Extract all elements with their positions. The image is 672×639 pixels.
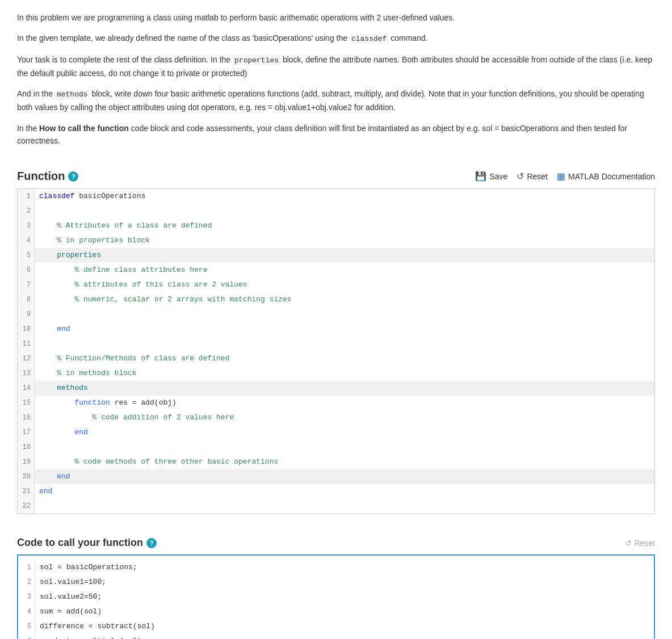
line-number: 21: [18, 484, 35, 499]
line-content: end: [35, 425, 654, 440]
code-line-15: 15 function res = add(obj): [18, 396, 654, 410]
line-content: function res = add(obj): [35, 396, 654, 410]
line-content: properties: [35, 248, 654, 263]
line-number: 17: [18, 425, 35, 440]
line-content: [35, 337, 654, 351]
call-line-content: sol.value1=100;: [35, 575, 654, 590]
docs-icon: ▦: [557, 171, 565, 182]
function-title: Function ?: [17, 170, 78, 183]
reset-button[interactable]: ↺ Reset: [516, 171, 548, 182]
call-line-number: 4: [18, 604, 35, 619]
code-line-18: 18: [18, 440, 654, 455]
line-number: 20: [18, 469, 35, 484]
call-reset-icon: ↺: [625, 539, 632, 548]
properties-code: properties: [233, 56, 280, 65]
line-number: 14: [18, 381, 35, 396]
code-line-16: 16 % code addition of 2 values here: [18, 410, 654, 425]
code-line-21: 21end: [18, 484, 654, 499]
call-help-icon[interactable]: ?: [146, 538, 157, 548]
call-code-line-1: 1sol = basicOperations;: [18, 560, 654, 575]
classdef-code: classdef: [350, 34, 388, 44]
line-number: 22: [18, 499, 35, 514]
call-code-line-2: 2sol.value1=100;: [18, 575, 654, 590]
call-line-number: 3: [18, 590, 35, 604]
code-line-1: 1classdef basicOperations: [18, 189, 654, 204]
line-content: end: [35, 322, 654, 337]
code-line-6: 6 % define class attributes here: [18, 263, 654, 278]
call-reset-button[interactable]: ↺ Reset: [625, 539, 655, 548]
call-code-line-4: 4sum = add(sol): [18, 604, 654, 619]
description-section: In this problem we are programming a cla…: [17, 11, 655, 147]
line-content: % code methods of three other basic oper…: [35, 455, 654, 469]
line-content: end: [35, 469, 654, 484]
code-line-7: 7 % attributes of this class are 2 value…: [18, 278, 654, 292]
methods-code: methods: [55, 90, 90, 99]
call-code-editor[interactable]: 1sol = basicOperations;2sol.value1=100;3…: [17, 554, 655, 639]
line-number: 10: [18, 322, 35, 337]
code-line-9: 9: [18, 307, 654, 322]
desc-para1: In this problem we are programming a cla…: [17, 11, 655, 24]
desc-para5: In the How to call the function code blo…: [17, 122, 655, 148]
line-content: [35, 440, 654, 455]
code-line-20: 20 end: [18, 469, 654, 484]
call-line-content: sol = basicOperations;: [35, 560, 654, 575]
line-number: 2: [18, 204, 35, 218]
call-section-title: Code to call your function ?: [17, 537, 157, 549]
call-line-content: sum = add(sol): [35, 604, 654, 619]
line-content: classdef basicOperations: [35, 189, 654, 204]
line-number: 6: [18, 263, 35, 278]
desc-para4: And in the methods block, write down fou…: [17, 87, 655, 113]
call-code-line-5: 5difference = subtract(sol): [18, 619, 654, 634]
desc-para2: In the given template, we already define…: [17, 32, 655, 45]
line-number: 7: [18, 278, 35, 292]
matlab-docs-button[interactable]: ▦ MATLAB Documentation: [557, 171, 655, 182]
desc-para3: Your task is to complete the rest of the…: [17, 53, 655, 79]
call-section-header: Code to call your function ? ↺ Reset: [17, 537, 655, 549]
function-help-icon[interactable]: ?: [68, 171, 78, 182]
line-content: [35, 499, 654, 514]
line-content: % code addition of 2 values here: [35, 410, 654, 425]
code-line-8: 8 % numeric, scalar or 2 arrays with mat…: [18, 292, 654, 307]
line-content: % in properties block: [35, 233, 654, 248]
call-code-line-3: 3sol.value2=50;: [18, 590, 654, 604]
line-number: 15: [18, 396, 35, 410]
reset-icon: ↺: [516, 171, 524, 182]
line-number: 3: [18, 218, 35, 233]
line-number: 4: [18, 233, 35, 248]
line-content: % attributes of this class are 2 values: [35, 278, 654, 292]
line-content: % numeric, scalar or 2 arrays with match…: [35, 292, 654, 307]
toolbar-buttons: 💾 Save ↺ Reset ▦ MATLAB Documentation: [475, 171, 655, 182]
line-content: end: [35, 484, 654, 499]
call-code-line-6: 6product = multiply(sol): [18, 634, 654, 639]
function-section-header: Function ? 💾 Save ↺ Reset ▦ MATLAB Docum…: [17, 170, 655, 183]
code-line-17: 17 end: [18, 425, 654, 440]
code-line-19: 19 % code methods of three other basic o…: [18, 455, 654, 469]
code-line-10: 10 end: [18, 322, 654, 337]
save-button[interactable]: 💾 Save: [475, 171, 507, 182]
line-number: 8: [18, 292, 35, 307]
code-line-12: 12 % Function/Methods of class are defin…: [18, 351, 654, 366]
line-number: 11: [18, 337, 35, 351]
call-line-number: 1: [18, 560, 35, 575]
line-content: % Attributes of a class are defined: [35, 218, 654, 233]
line-number: 13: [18, 366, 35, 381]
how-to-call-bold: How to call the function: [39, 124, 129, 133]
call-line-number: 5: [18, 619, 35, 634]
line-number: 1: [18, 189, 35, 204]
line-number: 19: [18, 455, 35, 469]
line-content: % Function/Methods of class are defined: [35, 351, 654, 366]
line-number: 9: [18, 307, 35, 322]
line-content: [35, 204, 654, 218]
line-number: 12: [18, 351, 35, 366]
line-number: 18: [18, 440, 35, 455]
save-icon: 💾: [475, 171, 486, 182]
code-line-5: 5 properties: [18, 248, 654, 263]
line-number: 16: [18, 410, 35, 425]
code-line-4: 4 % in properties block: [18, 233, 654, 248]
call-line-content: sol.value2=50;: [35, 590, 654, 604]
call-line-number: 2: [18, 575, 35, 590]
line-content: % define class attributes here: [35, 263, 654, 278]
line-number: 5: [18, 248, 35, 263]
call-line-content: difference = subtract(sol): [35, 619, 654, 634]
function-code-editor[interactable]: 1classdef basicOperations2 3 % Attribute…: [17, 188, 655, 514]
